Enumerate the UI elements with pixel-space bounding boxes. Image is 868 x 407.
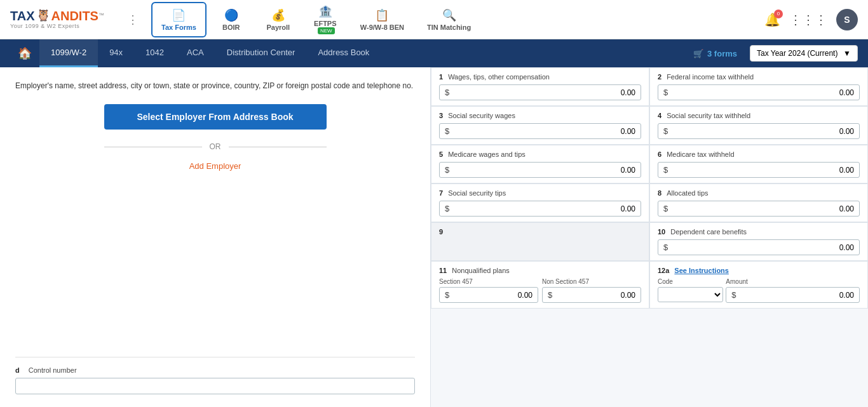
sec-nav-address-book[interactable]: Address Book (306, 39, 381, 67)
box12a-code-select[interactable] (658, 287, 723, 302)
tab-tax-forms-label: Tax Forms (161, 23, 196, 31)
sec-nav-1099-w2[interactable]: 1099/W-2 (39, 39, 98, 67)
tab-tax-forms[interactable]: 📄 Tax Forms (151, 2, 207, 37)
tab-tin-matching[interactable]: 🔍 TIN Matching (417, 2, 481, 37)
box5-input-wrap: $ (439, 162, 641, 178)
trademark: ™ (98, 13, 104, 19)
box9-label: 9 (439, 228, 641, 236)
top-navbar: TAX 🦉 ANDITS ™ Your 1099 & W2 Experts ⋮ … (0, 0, 868, 39)
box2-input[interactable] (672, 88, 854, 97)
box10-input[interactable] (672, 243, 854, 252)
tab-eftps-label: EFTPS (314, 20, 336, 27)
box12a-dollar-sign: $ (731, 290, 736, 300)
sec-nav-distribution-center[interactable]: Distribution Center (215, 39, 307, 67)
box12a-code-area: Code (658, 278, 723, 303)
eftps-icon: 🏦 (318, 4, 332, 18)
nav-dots-icon[interactable]: ⋮ (127, 13, 139, 27)
box2-label: 2 Federal income tax withheld (658, 73, 860, 81)
box12a-code-label: Code (658, 278, 723, 285)
payroll-icon: 💰 (271, 8, 285, 22)
control-number-letter: d (15, 366, 20, 374)
box2-input-wrap: $ (658, 84, 860, 100)
box1-input[interactable] (453, 88, 635, 97)
box6-input-wrap: $ (658, 162, 860, 178)
box3-input-wrap: $ (439, 123, 641, 139)
left-panel: Employer's name, street address, city or… (0, 67, 431, 407)
box6-dollar-sign: $ (663, 165, 668, 175)
box3-input[interactable] (453, 127, 635, 136)
notification-button[interactable]: 🔔 0 (764, 12, 780, 27)
user-avatar[interactable]: S (836, 9, 858, 30)
box8-dollar-sign: $ (663, 204, 668, 213)
eftps-new-badge: NEW (318, 27, 335, 34)
form-cell-box12a: 12a See Instructions Code Amount $ (649, 261, 868, 309)
box6-label: 6 Medicare tax withheld (658, 150, 860, 158)
or-divider: OR (104, 142, 327, 151)
w9-icon: 📋 (375, 8, 389, 22)
box3-dollar-sign: $ (445, 126, 449, 136)
control-number-input[interactable] (15, 378, 415, 394)
tab-payroll[interactable]: 💰 Payroll (256, 2, 301, 37)
or-label: OR (210, 142, 221, 151)
box5-label: 5 Medicare wages and tips (439, 150, 641, 158)
form-cell-box7: 7 Social security tips $ (431, 183, 649, 222)
box6-input[interactable] (672, 166, 854, 175)
box4-label: 4 Social security tax withheld (658, 112, 860, 119)
box11-section457-input[interactable] (453, 291, 532, 300)
box11-s457-dollar: $ (445, 290, 449, 300)
control-number-label: Control number (29, 366, 79, 374)
form-cell-box3: 3 Social security wages $ (431, 106, 649, 145)
tin-icon: 🔍 (442, 8, 456, 22)
tab-tin-label: TIN Matching (427, 23, 471, 31)
tax-forms-icon: 📄 (172, 8, 186, 22)
box7-input[interactable] (453, 204, 635, 213)
sec-nav-1042[interactable]: 1042 (134, 39, 175, 67)
year-selector[interactable]: Tax Year 2024 (Current) ▼ (750, 45, 858, 62)
tab-w9-w8[interactable]: 📋 W-9/W-8 BEN (350, 2, 414, 37)
box11-nonsection457-input[interactable] (556, 291, 635, 300)
box4-input[interactable] (672, 127, 854, 136)
box7-input-wrap: $ (439, 201, 641, 217)
year-arrow-icon: ▼ (843, 49, 851, 58)
cart-icon: 🛒 (693, 49, 703, 58)
sec-nav-right: 🛒 3 forms Tax Year 2024 (Current) ▼ (687, 45, 858, 62)
box7-label: 7 Social security tips (439, 189, 641, 197)
home-button[interactable]: 🏠 (10, 39, 39, 67)
logo-text-tax: TAX (10, 9, 35, 23)
box8-input[interactable] (672, 204, 854, 213)
box7-dollar-sign: $ (445, 204, 449, 213)
nav-right-area: 🔔 0 ⋮⋮⋮ S (764, 9, 858, 30)
box11-section457-label: Section 457 (439, 278, 538, 285)
sec-nav-94x[interactable]: 94x (98, 39, 134, 67)
box10-dollar-sign: $ (663, 243, 668, 252)
sec-nav-aca[interactable]: ACA (175, 39, 215, 67)
box8-input-wrap: $ (658, 201, 860, 217)
form-cell-box1: 1 Wages, tips, other compensation $ (431, 67, 649, 106)
box12a-amount-label: Amount (726, 278, 860, 285)
box11-section457: Section 457 $ (439, 278, 538, 303)
box12a-amount-input[interactable] (740, 291, 854, 300)
boir-icon: 🔵 (224, 8, 238, 22)
form-cell-box4: 4 Social security tax withheld $ (649, 106, 868, 145)
notification-badge: 0 (774, 10, 783, 18)
select-employer-button[interactable]: Select Employer From Address Book (104, 104, 327, 130)
add-employer-link[interactable]: Add Employer (15, 161, 415, 171)
form-cell-box9: 9 (431, 222, 649, 261)
box5-input[interactable] (453, 166, 635, 175)
logo-area: TAX 🦉 ANDITS ™ Your 1099 & W2 Experts (10, 9, 112, 30)
right-panel: 1 Wages, tips, other compensation $ 2 Fe… (431, 67, 868, 407)
form-cell-box8: 8 Allocated tips $ (649, 183, 868, 222)
box11-nonsection457-label: Non Section 457 (542, 278, 641, 285)
grid-icon[interactable]: ⋮⋮⋮ (789, 12, 827, 27)
box10-label: 10 Dependent care benefits (658, 228, 860, 236)
box3-label: 3 Social security wages (439, 112, 641, 119)
cart-button[interactable]: 🛒 3 forms (687, 46, 743, 61)
tab-boir-label: BOIR (222, 23, 240, 31)
box12a-link[interactable]: See Instructions (674, 267, 729, 274)
form-grid: 1 Wages, tips, other compensation $ 2 Fe… (431, 67, 868, 309)
logo-tagline: Your 1099 & W2 Experts (10, 23, 104, 30)
control-number-section: d Control number (15, 357, 415, 394)
logo-owl-icon: 🦉 (36, 10, 50, 22)
tab-boir[interactable]: 🔵 BOIR (209, 2, 254, 37)
tab-eftps[interactable]: 🏦 EFTPS NEW (303, 0, 348, 41)
